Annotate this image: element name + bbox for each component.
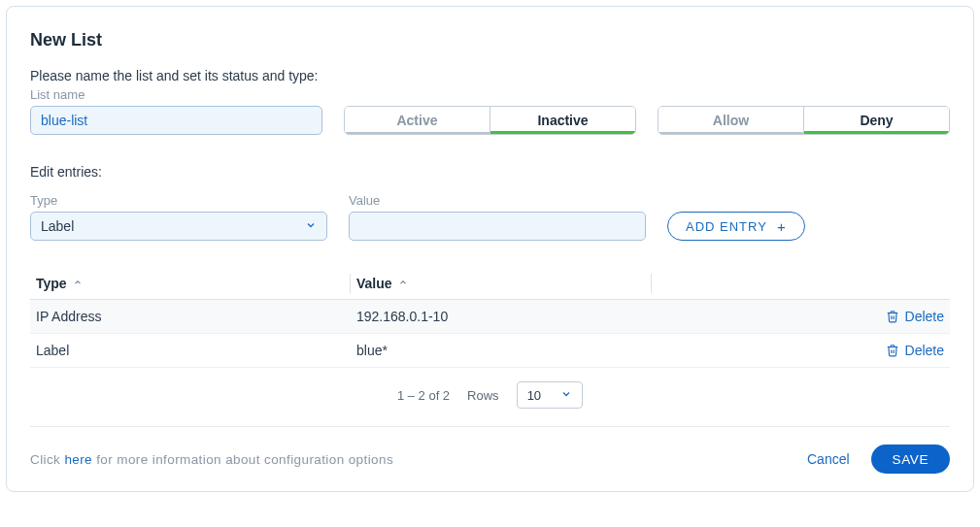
delete-button[interactable]: Delete [886,343,944,358]
list-name-label: List name [30,87,322,102]
type-select-value: Label [41,218,74,234]
cell-value: blue* [351,337,652,364]
value-input[interactable] [349,212,646,241]
cell-value: 192.168.0.1-10 [351,303,652,330]
help-link[interactable]: here [64,452,92,467]
pagination: 1 – 2 of 2 Rows 10 [30,368,950,418]
rows-label: Rows [467,388,499,403]
table-row: IP Address 192.168.0.1-10 Delete [30,300,950,334]
value-label: Value [349,193,646,208]
cell-type: Label [30,337,351,364]
edit-entries-label: Edit entries: [30,164,950,180]
type-field-wrap: Type Label [30,193,327,241]
cancel-button[interactable]: Cancel [807,451,850,467]
chevron-down-icon [305,218,317,234]
instruction-text: Please name the list and set its status … [30,68,950,83]
table-header: Type Value [30,268,950,300]
mode-toggle: Allow Deny [658,106,950,135]
delete-button[interactable]: Delete [886,309,944,324]
mode-deny-option[interactable]: Deny [803,107,949,134]
status-toggle: Active Inactive [344,106,636,135]
save-button[interactable]: SAVE [871,445,950,474]
cell-type: IP Address [30,303,351,330]
type-select[interactable]: Label [30,212,327,241]
add-entry-button[interactable]: ADD ENTRY + [667,212,805,241]
sort-asc-icon [73,277,83,290]
type-label: Type [30,193,327,208]
column-header-type[interactable]: Type [30,268,351,299]
trash-icon [886,309,899,324]
status-active-option[interactable]: Active [345,107,490,134]
sort-asc-icon [398,277,408,290]
value-field-wrap: Value [349,193,646,241]
list-name-input[interactable] [30,106,322,135]
mode-allow-option[interactable]: Allow [659,107,803,134]
page-title: New List [30,30,950,50]
chevron-down-icon [560,388,572,403]
new-list-card: New List Please name the list and set it… [6,6,974,492]
add-entry-label: ADD ENTRY [686,219,767,234]
table-row: Label blue* Delete [30,334,950,368]
rows-value: 10 [527,388,541,403]
status-inactive-option[interactable]: Inactive [490,107,635,134]
rows-per-page-select[interactable]: 10 [517,381,583,409]
page-range: 1 – 2 of 2 [397,388,450,403]
list-name-field-wrap: List name [30,87,322,135]
column-header-value[interactable]: Value [351,268,652,299]
plus-icon: + [777,218,787,235]
footer-hint: Click here for more information about co… [30,452,393,467]
trash-icon [886,343,899,358]
column-header-actions [652,268,950,299]
